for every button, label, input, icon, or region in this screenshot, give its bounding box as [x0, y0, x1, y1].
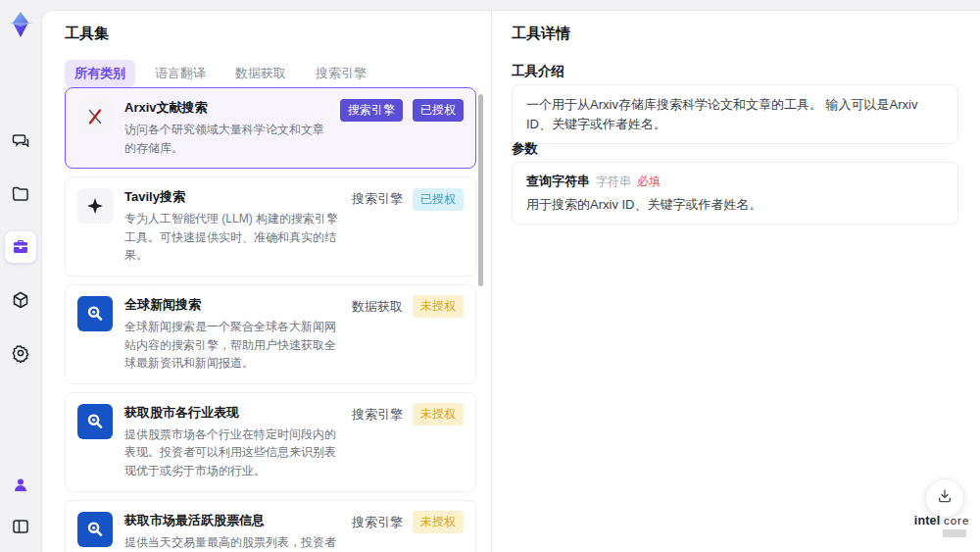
tool-list-item[interactable]: 全球新闻搜索 全球新闻搜索是一个聚合全球各大新闻网站内容的搜索引擎，帮助用户快速… [65, 284, 476, 384]
tool-name: 全球新闻搜索 [124, 296, 340, 314]
arxiv-icon [77, 99, 113, 134]
tool-description: 提供股票市场各个行业在特定时间段内的表现。投资者可以利用这些信息来识别表现优于或… [124, 426, 340, 480]
detail-title: 工具详情 [512, 25, 570, 43]
param-description: 用于搜索的Arxiv ID、关键字或作者姓名。 [526, 196, 944, 214]
sidebar-item-tools[interactable] [5, 231, 36, 263]
tool-description: 访问各个研究领域大量科学论文和文章的存储库。 [124, 121, 328, 157]
sidebar-item-settings[interactable] [5, 337, 36, 369]
tool-category-badge: 搜索引擎 [352, 514, 403, 531]
tool-detail-pane: 工具详情 工具介绍 一个用于从Arxiv存储库搜索科学论文和文章的工具。 输入可… [491, 11, 980, 552]
params-heading: 参数 [512, 140, 538, 158]
intro-card: 一个用于从Arxiv存储库搜索科学论文和文章的工具。 输入可以是Arxiv ID… [512, 84, 958, 144]
app-logo [6, 10, 35, 39]
category-tab[interactable]: 所有类别 [65, 60, 135, 87]
tool-category-badge: 搜索引擎 [352, 190, 403, 208]
intel-sub-badge [943, 529, 966, 537]
sidebar-item-account[interactable] [5, 470, 36, 501]
tool-category-badge: 数据获取 [352, 298, 403, 316]
category-tab[interactable]: 语言翻译 [145, 60, 216, 87]
tool-list-item[interactable]: Arxiv文献搜索 访问各个研究领域大量科学论文和文章的存储库。 搜索引擎 已授… [65, 87, 476, 169]
tool-list-item[interactable]: 获取市场最活跃股票信息 提供当天交易量最高的股票列表，投资者可以利用这些信息来识… [65, 500, 476, 552]
user-icon [11, 476, 30, 495]
main-panel: 工具集 所有类别语言翻译数据获取搜索引擎 Arxiv文献搜索 访问各个研究领域大… [41, 10, 980, 552]
tool-status-badge: 未授权 [413, 511, 464, 533]
gear-icon [11, 343, 30, 363]
param-type: 字符串 [596, 174, 631, 190]
tool-status-badge: 已授权 [413, 99, 464, 122]
tool-list-item[interactable]: Tavily搜索 专为人工智能代理 (LLM) 构建的搜索引擎工具。可快速提供实… [65, 176, 476, 276]
news-search-icon [77, 512, 113, 547]
collapse-panel-button[interactable] [5, 511, 36, 542]
download-button[interactable] [925, 478, 964, 518]
category-tab[interactable]: 数据获取 [225, 60, 296, 87]
category-tabs: 所有类别语言翻译数据获取搜索引擎 [65, 60, 376, 87]
scrollbar-thumb[interactable] [478, 94, 483, 286]
intro-heading: 工具介绍 [512, 63, 564, 80]
cube-icon [11, 290, 30, 310]
param-name: 查询字符串 [526, 173, 590, 190]
tool-category-badge: 搜索引擎 [352, 406, 403, 424]
tool-list-item[interactable]: 获取股市各行业表现 提供股票市场各个行业在特定时间段内的表现。投资者可以利用这些… [65, 392, 476, 492]
category-tab[interactable]: 搜索引擎 [306, 60, 376, 87]
tool-description: 全球新闻搜索是一个聚合全球各大新闻网站内容的搜索引擎，帮助用户快速获取全球最新资… [124, 318, 340, 373]
chat-icon [11, 131, 30, 151]
tool-name: Arxiv文献搜索 [124, 99, 328, 117]
news-search-icon [77, 296, 113, 331]
tool-category-badge: 搜索引擎 [340, 99, 403, 122]
param-card: 查询字符串 字符串 必填 用于搜索的Arxiv ID、关键字或作者姓名。 [512, 162, 958, 225]
briefcase-icon [11, 237, 30, 257]
panel-toggle-icon [11, 517, 30, 536]
tool-status-badge: 未授权 [413, 295, 464, 318]
tool-name: 获取市场最活跃股票信息 [124, 512, 340, 529]
param-required-badge: 必填 [637, 174, 661, 190]
page-title: 工具集 [65, 25, 109, 43]
news-search-icon [77, 404, 113, 439]
intro-text: 一个用于从Arxiv存储库搜索科学论文和文章的工具。 输入可以是Arxiv ID… [526, 97, 917, 131]
tool-status-badge: 已授权 [413, 188, 464, 211]
tools-list-pane: 工具集 所有类别语言翻译数据获取搜索引擎 Arxiv文献搜索 访问各个研究领域大… [42, 11, 491, 552]
intel-core-logo: intel core [909, 514, 974, 537]
app-sidebar [0, 0, 41, 552]
sidebar-item-models[interactable] [5, 284, 36, 316]
sparkle-icon [77, 188, 113, 224]
intel-logo-text: intel [914, 514, 941, 527]
core-logo-text: core [944, 515, 969, 527]
download-icon [936, 487, 954, 509]
sidebar-item-files[interactable] [5, 178, 36, 210]
list-scrollbar[interactable] [478, 87, 483, 546]
tool-name: Tavily搜索 [124, 188, 340, 206]
sidebar-item-chat[interactable] [5, 125, 36, 157]
tool-name: 获取股市各行业表现 [124, 404, 340, 422]
folder-icon [11, 184, 30, 204]
tool-list: Arxiv文献搜索 访问各个研究领域大量科学论文和文章的存储库。 搜索引擎 已授… [65, 87, 476, 552]
tool-description: 专为人工智能代理 (LLM) 构建的搜索引擎工具。可快速提供实时、准确和真实的结… [124, 210, 340, 265]
tool-status-badge: 未授权 [413, 403, 464, 426]
tool-description: 提供当天交易量最高的股票列表，投资者可以利用这些信息来识别流动性强的股票和潜在的… [124, 533, 340, 552]
